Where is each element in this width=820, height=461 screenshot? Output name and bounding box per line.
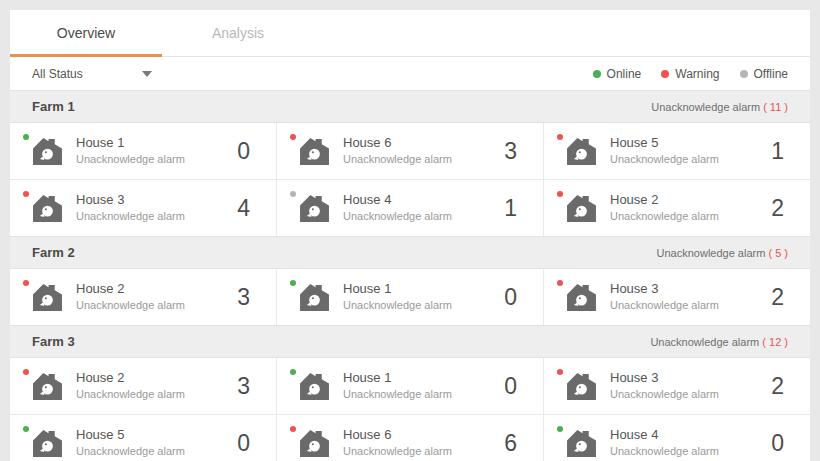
- house-texts: House 2 Unacknowledge alarm: [76, 280, 185, 315]
- status-dot: [290, 134, 296, 140]
- house-icon: [299, 429, 330, 458]
- legend-label: Offline: [754, 67, 788, 81]
- house-sublabel: Unacknowledge alarm: [76, 152, 185, 168]
- status-dot: [557, 191, 563, 197]
- farm-alarm-label: Unacknowledge alarm: [651, 101, 760, 113]
- farm-alarm-summary: Unacknowledge alarm ( 5 ): [657, 247, 788, 259]
- house-name: House 3: [610, 280, 719, 299]
- house-grid: House 1 Unacknowledge alarm 0 House 6 Un…: [10, 123, 810, 236]
- house-alarm-count: 2: [771, 284, 784, 311]
- chevron-down-icon: [142, 71, 152, 77]
- house-card[interactable]: House 3 Unacknowledge alarm 2: [544, 358, 810, 414]
- legend-item: Online: [593, 67, 642, 81]
- farm-header: Farm 3 Unacknowledge alarm ( 12 ): [10, 325, 810, 358]
- house-card[interactable]: House 1 Unacknowledge alarm 0: [277, 358, 543, 414]
- house-texts: House 3 Unacknowledge alarm: [610, 280, 719, 315]
- house-icon: [566, 194, 597, 223]
- house-card[interactable]: House 6 Unacknowledge alarm 3: [277, 123, 543, 179]
- house-card[interactable]: House 5 Unacknowledge alarm 0: [10, 415, 276, 461]
- tab-analysis[interactable]: Analysis: [162, 10, 314, 56]
- house-name: House 5: [76, 426, 185, 445]
- status-dot: [23, 426, 29, 432]
- house-texts: House 4 Unacknowledge alarm: [343, 191, 452, 226]
- house-alarm-count: 1: [504, 195, 517, 222]
- house-texts: House 6 Unacknowledge alarm: [343, 134, 452, 169]
- house-sublabel: Unacknowledge alarm: [76, 209, 185, 225]
- house-icon: [299, 283, 330, 312]
- house-name: House 2: [76, 280, 185, 299]
- status-dot: [557, 426, 563, 432]
- house-name: House 5: [610, 134, 719, 153]
- farm-alarm-count: ( 12 ): [762, 336, 788, 348]
- house-icon: [566, 137, 597, 166]
- legend-label: Online: [607, 67, 642, 81]
- house-icon: [299, 137, 330, 166]
- house-name: House 1: [343, 369, 452, 388]
- house-alarm-count: 3: [237, 373, 250, 400]
- house-alarm-count: 1: [771, 138, 784, 165]
- farm-section: Farm 2 Unacknowledge alarm ( 5 ) House 2…: [10, 236, 810, 325]
- legend-dot: [740, 70, 748, 78]
- house-alarm-count: 0: [237, 430, 250, 457]
- house-texts: House 1 Unacknowledge alarm: [343, 280, 452, 315]
- farm-alarm-summary: Unacknowledge alarm ( 11 ): [651, 101, 788, 113]
- house-card[interactable]: House 3 Unacknowledge alarm 2: [544, 269, 810, 325]
- farm-sections: Farm 1 Unacknowledge alarm ( 11 ) House …: [10, 90, 810, 461]
- legend-item: Warning: [661, 67, 719, 81]
- legend-dot: [593, 70, 601, 78]
- house-card[interactable]: House 1 Unacknowledge alarm 0: [277, 269, 543, 325]
- house-icon: [299, 372, 330, 401]
- house-name: House 1: [76, 134, 185, 153]
- status-dot: [290, 280, 296, 286]
- house-texts: House 1 Unacknowledge alarm: [343, 369, 452, 404]
- house-card[interactable]: House 5 Unacknowledge alarm 1: [544, 123, 810, 179]
- house-card[interactable]: House 4 Unacknowledge alarm 1: [277, 180, 543, 236]
- tab-overview[interactable]: Overview: [10, 10, 162, 56]
- house-name: House 6: [343, 134, 452, 153]
- house-alarm-count: 2: [771, 195, 784, 222]
- farm-name: Farm 1: [32, 99, 75, 114]
- house-card[interactable]: House 4 Unacknowledge alarm 0: [544, 415, 810, 461]
- house-card[interactable]: House 2 Unacknowledge alarm 2: [544, 180, 810, 236]
- house-card[interactable]: House 3 Unacknowledge alarm 4: [10, 180, 276, 236]
- house-texts: House 2 Unacknowledge alarm: [76, 369, 185, 404]
- farm-header: Farm 2 Unacknowledge alarm ( 5 ): [10, 236, 810, 269]
- status-dot: [290, 369, 296, 375]
- house-card[interactable]: House 1 Unacknowledge alarm 0: [10, 123, 276, 179]
- house-texts: House 3 Unacknowledge alarm: [610, 369, 719, 404]
- status-dot: [557, 134, 563, 140]
- farm-alarm-label: Unacknowledge alarm: [650, 336, 759, 348]
- house-icon: [566, 372, 597, 401]
- house-texts: House 1 Unacknowledge alarm: [76, 134, 185, 169]
- house-card[interactable]: House 2 Unacknowledge alarm 3: [10, 358, 276, 414]
- house-card[interactable]: House 2 Unacknowledge alarm 3: [10, 269, 276, 325]
- house-alarm-count: 6: [504, 430, 517, 457]
- house-texts: House 2 Unacknowledge alarm: [610, 191, 719, 226]
- house-icon: [32, 194, 63, 223]
- status-dot: [557, 280, 563, 286]
- house-alarm-count: 4: [237, 195, 250, 222]
- house-sublabel: Unacknowledge alarm: [610, 298, 719, 314]
- house-name: House 4: [343, 191, 452, 210]
- house-sublabel: Unacknowledge alarm: [343, 298, 452, 314]
- status-dot: [557, 369, 563, 375]
- house-icon: [566, 429, 597, 458]
- house-icon: [32, 137, 63, 166]
- house-sublabel: Unacknowledge alarm: [76, 387, 185, 403]
- house-name: House 2: [76, 369, 185, 388]
- house-card[interactable]: House 6 Unacknowledge alarm 6: [277, 415, 543, 461]
- status-dot: [23, 134, 29, 140]
- farm-header: Farm 1 Unacknowledge alarm ( 11 ): [10, 90, 810, 123]
- status-filter-dropdown[interactable]: All Status: [32, 67, 152, 81]
- house-icon: [32, 372, 63, 401]
- house-texts: House 4 Unacknowledge alarm: [610, 426, 719, 461]
- legend-item: Offline: [740, 67, 788, 81]
- house-alarm-count: 3: [237, 284, 250, 311]
- house-name: House 1: [343, 280, 452, 299]
- house-sublabel: Unacknowledge alarm: [610, 209, 719, 225]
- filter-row: All Status Online Warning Offline: [10, 57, 810, 90]
- status-filter-value: All Status: [32, 67, 83, 81]
- tab-analysis-label: Analysis: [212, 25, 264, 41]
- status-dot: [23, 280, 29, 286]
- house-texts: House 6 Unacknowledge alarm: [343, 426, 452, 461]
